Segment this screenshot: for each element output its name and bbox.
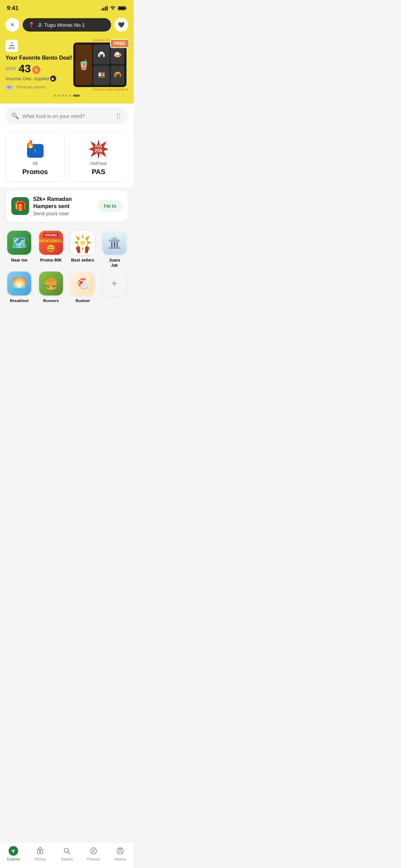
gofood-label-main: PAS xyxy=(92,168,106,176)
promo-60k-label: Promo 60K xyxy=(40,258,62,263)
category-budget[interactable]: 🐔 Budget xyxy=(69,271,97,302)
category-row-2: 🌅 Breakfast 🍔 Burgers 🐔 Budget xyxy=(0,271,134,302)
bento-cell-1: 🍙 xyxy=(93,45,110,64)
signal-icon xyxy=(101,6,108,11)
category-near-me[interactable]: 🗺️ Near me xyxy=(5,230,33,268)
all-promos-label-top: All xyxy=(33,161,37,166)
more-icon: + xyxy=(102,272,126,296)
status-time: 9:41 xyxy=(7,5,19,12)
budget-icon: 🐔 xyxy=(71,272,95,296)
banner-right: Favorite Onigiri Bento A 🍙 🍛 🧋 🍱 🍘 FREE … xyxy=(73,38,128,91)
gofood-pas-icon: Only 25k xyxy=(89,139,109,159)
svg-rect-0 xyxy=(101,9,102,11)
all-promos-icon: ↑ 🔥 xyxy=(26,141,45,158)
free-badge: FREE xyxy=(110,39,129,48)
only-amount: 25k xyxy=(95,148,102,153)
promo-cards: ↑ 🔥 All Promos Only 25k GoFood PAS xyxy=(0,128,134,187)
price-unit: k xyxy=(32,66,40,74)
burgers-icon-box: 🍔 xyxy=(39,271,63,296)
category-section: 🗺️ Near me PROMO MAKSIMAL 😄 Promo 60K xyxy=(0,225,134,271)
all-promos-icon-wrap: ↑ 🔥 xyxy=(26,140,45,159)
best-sellers-label: Best sellers xyxy=(71,258,94,263)
banner-dots xyxy=(5,95,128,97)
breakfast-icon-box: 🌅 xyxy=(7,271,32,296)
category-grid: 🗺️ Near me PROMO MAKSIMAL 😄 Promo 60K xyxy=(5,230,128,268)
battery-icon xyxy=(118,6,127,11)
bento-image-wrap: Favorite Onigiri Bento A 🍙 🍛 🧋 🍱 🍘 FREE … xyxy=(73,38,128,91)
gofood-label-top: GoFood xyxy=(90,161,107,166)
dot-1 xyxy=(54,95,56,97)
burgers-icon: 🍔 xyxy=(39,272,63,296)
best-sellers-icon: ⭐ xyxy=(71,231,95,255)
near-me-label: Near me xyxy=(11,258,27,263)
breakfast-icon: 🌅 xyxy=(7,272,31,296)
drink-cell: 🧋 xyxy=(75,45,92,85)
price-row: 137k 43 k xyxy=(5,63,73,74)
all-promos-label-main: Promos xyxy=(22,168,48,176)
profile-button[interactable]: 🖤 xyxy=(114,18,128,32)
voucher-row[interactable]: Voucher Disc. Applied ▶ xyxy=(5,75,73,82)
breakfast-label: Breakfast xyxy=(10,299,29,302)
banner-left: ◉ san GYU Your Favorite Bento Deal! 137k… xyxy=(5,38,73,90)
dot-3 xyxy=(62,95,64,97)
im-in-button[interactable]: I'm in xyxy=(98,200,122,212)
ramadan-sub: Send yours now! xyxy=(33,211,94,216)
dot-4 xyxy=(65,95,68,97)
location-pill[interactable]: 📍 Jl. Tugu Monas No.1 xyxy=(23,18,111,32)
sangyu-logo: ◉ san GYU xyxy=(5,40,73,52)
dot-2 xyxy=(58,95,60,97)
voucher-text: Voucher Disc. Applied xyxy=(5,76,49,81)
category-best-sellers[interactable]: ⭐ Best sellers xyxy=(69,230,97,268)
search-input[interactable] xyxy=(22,113,111,119)
new-price: 43 xyxy=(19,63,31,74)
fork-knife-icon: 🍴 xyxy=(115,112,122,120)
juara-label: JuaraJak xyxy=(109,258,120,268)
near-me-icon: 🗺️ xyxy=(7,231,31,255)
dot-6-active xyxy=(73,95,80,97)
ramadan-banner: 🎁 52k+ Ramadan Hampers sent Send yours n… xyxy=(5,190,128,222)
svg-rect-3 xyxy=(107,6,108,11)
search-bar[interactable]: 🔍 🍴 xyxy=(5,108,128,124)
search-icon: 🔍 xyxy=(11,112,19,120)
gofood-pas-icon-wrap: Only 25k xyxy=(89,140,108,159)
voucher-arrow-icon: ▶ xyxy=(50,75,56,82)
juara-icon-box: 🏛️ xyxy=(102,230,127,255)
starburst-badge: Only 25k xyxy=(89,139,109,159)
category-more[interactable]: + xyxy=(101,271,129,302)
bento-label-b: Favorite Onigiri Bento B xyxy=(73,88,128,91)
status-bar: 9:41 xyxy=(0,0,134,15)
burgers-label: Burgers xyxy=(43,299,59,302)
ramadan-title: 52k+ Ramadan Hampers sent xyxy=(33,196,94,210)
wifi-icon xyxy=(110,6,116,11)
category-juara[interactable]: 🏛️ JuaraJak xyxy=(101,230,129,268)
all-promos-card[interactable]: ↑ 🔥 All Promos xyxy=(5,132,65,182)
ad-note: Ad *Price per-person xyxy=(5,84,73,90)
category-burgers[interactable]: 🍔 Burgers xyxy=(37,271,65,302)
location-icon: 📍 xyxy=(28,22,35,28)
close-button[interactable]: × xyxy=(5,18,19,32)
status-icons xyxy=(101,6,127,11)
best-sellers-icon-box: ⭐ xyxy=(70,230,95,255)
more-icon-box: + xyxy=(102,271,127,296)
banner: ◉ san GYU Your Favorite Bento Deal! 137k… xyxy=(0,36,134,104)
bento-tray: 🍙 🍛 🧋 🍱 🍘 FREE xyxy=(73,43,126,87)
fire-icon: 🔥 xyxy=(26,140,35,149)
promo-60k-icon: PROMO MAKSIMAL 😄 xyxy=(39,231,63,255)
brand-icon: ◉ san GYU xyxy=(5,40,18,52)
location-text: Jl. Tugu Monas No.1 xyxy=(38,22,85,28)
category-grid-2: 🌅 Breakfast 🍔 Burgers 🐔 Budget xyxy=(5,271,128,302)
category-breakfast[interactable]: 🌅 Breakfast xyxy=(5,271,33,302)
profile-icon: 🖤 xyxy=(118,22,125,28)
svg-point-4 xyxy=(112,9,113,10)
dot-5 xyxy=(69,95,71,97)
price-note: *Price per-person xyxy=(16,85,46,89)
gofood-pas-card[interactable]: Only 25k GoFood PAS xyxy=(69,132,128,182)
hamper-icon: 🎁 xyxy=(11,197,29,215)
header: × 📍 Jl. Tugu Monas No.1 🖤 xyxy=(0,15,134,36)
budget-icon-box: 🐔 xyxy=(70,271,95,296)
search-section: 🔍 🍴 xyxy=(0,104,134,128)
category-promo-60k[interactable]: PROMO MAKSIMAL 😄 Promo 60K xyxy=(37,230,65,268)
svg-rect-2 xyxy=(105,7,106,11)
old-price: 137k xyxy=(5,66,16,71)
budget-label: Budget xyxy=(76,299,90,302)
